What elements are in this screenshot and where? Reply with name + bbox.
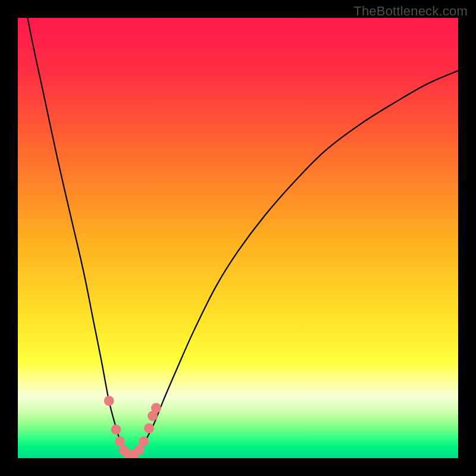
chart-frame: TheBottleneck.com [0, 0, 476, 476]
svg-rect-0 [18, 18, 458, 458]
plot-area [18, 18, 458, 458]
background-gradient [18, 18, 458, 458]
watermark-text: TheBottleneck.com [353, 4, 468, 19]
